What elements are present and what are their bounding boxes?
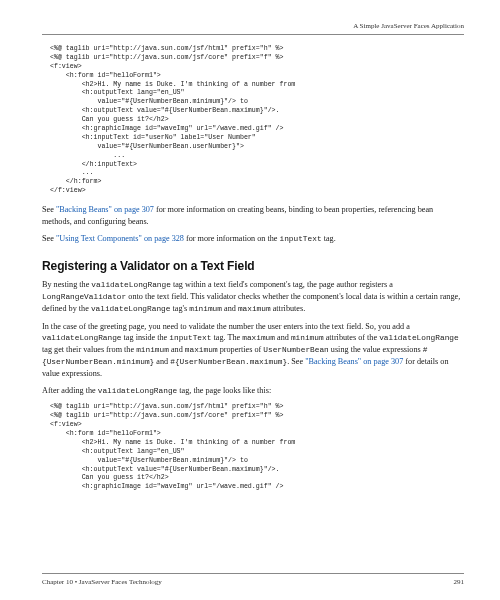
code-inline: validateLongRange [42,334,122,342]
text: See [42,234,56,243]
text: tag get their values from the [42,345,136,354]
text: In the case of the greeting page, you ne… [42,322,410,331]
paragraph-intro-validator: By nesting the validateLongRange tag wit… [42,279,464,315]
code-inline: inputText [279,235,321,243]
code-inline: maximum [238,305,271,313]
code-inline: maximum [185,346,218,354]
text: By nesting the [42,280,91,289]
paragraph-see-backing-beans: See "Backing Beans" on page 307 for more… [42,204,464,227]
code-inline: inputText [169,334,211,342]
code-inline: #{UserNumberBean.maximum} [170,358,287,366]
text: attributes. [271,304,306,313]
code-inline: validateLongRange [98,387,178,395]
page-footer: Chapter 10 • JavaServer Faces Technology… [42,573,464,586]
code-inline: maximum [242,334,275,342]
text: and [154,357,170,366]
link-text-components-328[interactable]: "Using Text Components" on page 328 [56,234,184,243]
page: A Simple JavaServer Faces Application <%… [0,0,500,600]
text: and [169,345,185,354]
text: attributes of the [324,333,379,342]
text: tag, the page looks like this: [177,386,271,395]
code-inline: LongRangeValidator [42,293,126,301]
code-inline: validateLongRange [379,334,459,342]
text: See [42,205,56,214]
code-listing-1: <%@ taglib uri="http://java.sun.com/jsf/… [50,45,464,196]
link-backing-beans-307[interactable]: "Backing Beans" on page 307 [56,205,154,214]
code-inline: validateLongRange [91,281,171,289]
text: tag. The [211,333,242,342]
paragraph-see-text-components: See "Using Text Components" on page 328 … [42,233,464,245]
text: and [222,304,238,313]
link-backing-beans-307-b[interactable]: "Backing Beans" on page 307 [305,357,403,366]
text: for more information on the [184,234,280,243]
text: and [275,333,291,342]
code-inline: minimum [189,305,222,313]
code-inline: UserNumberBean [263,346,329,354]
text: using the value expressions [329,345,423,354]
code-inline: minimum [291,334,324,342]
code-listing-2: <%@ taglib uri="http://java.sun.com/jsf/… [50,403,464,492]
text: tag inside the [122,333,170,342]
paragraph-after-adding: After adding the validateLongRange tag, … [42,385,464,397]
text: tag's [170,304,189,313]
text: tag within a text field's component's ta… [171,280,393,289]
text: properties of [218,345,264,354]
footer-chapter: Chapter 10 • JavaServer Faces Technology [42,578,162,586]
code-inline: minimum [136,346,169,354]
text: After adding the [42,386,98,395]
section-heading: Registering a Validator on a Text Field [42,259,464,273]
running-head: A Simple JavaServer Faces Application [42,22,464,34]
header-rule [42,34,464,35]
paragraph-greeting-validate: In the case of the greeting page, you ne… [42,321,464,380]
code-inline: validateLongRange [91,305,171,313]
text: . See [287,357,305,366]
text: tag. [322,234,336,243]
footer-page-number: 291 [454,578,465,586]
